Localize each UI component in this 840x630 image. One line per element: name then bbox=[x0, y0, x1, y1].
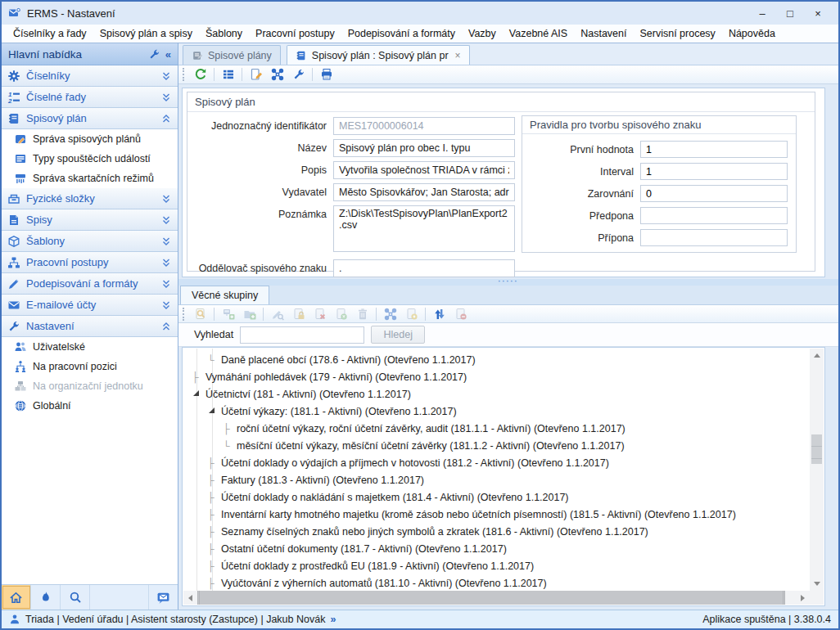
tab-vecne-skupiny[interactable]: Věcné skupiny bbox=[180, 286, 269, 304]
menu-item-vazebne-ais[interactable]: Vazebné AIS bbox=[503, 26, 574, 41]
feedback-button[interactable] bbox=[148, 585, 178, 610]
wrench-icon bbox=[292, 68, 305, 81]
scroll-up-icon[interactable] bbox=[810, 349, 824, 362]
first-value-field[interactable] bbox=[640, 141, 788, 158]
description-field[interactable] bbox=[333, 161, 515, 179]
tree-item[interactable]: ├Účetní doklady o nakládání s majetkem (… bbox=[183, 488, 810, 506]
edit-find-button[interactable] bbox=[268, 305, 287, 322]
tree-item[interactable]: └měsíční účetní výkazy, měsíční účetní z… bbox=[183, 437, 810, 454]
menu-item-podepisovani-a-formaty[interactable]: Podepisování a formáty bbox=[341, 26, 462, 41]
sidebar-section-pracovni-postupy[interactable]: Pracovní postupy bbox=[2, 252, 178, 273]
menu-item-ciselniky-a-rady[interactable]: Číselníky a řady bbox=[7, 26, 93, 41]
minimize-button[interactable]: – bbox=[748, 7, 776, 20]
menu-item-spisovy-plan-a-spisy[interactable]: Spisový plán a spisy bbox=[93, 26, 199, 41]
move-order-button[interactable] bbox=[430, 305, 449, 322]
sidebar-item-sprava-spisovych-planu[interactable]: Správa spisových plánů bbox=[2, 129, 178, 149]
tree-item[interactable]: ├roční účetní výkazy, roční účetní závěr… bbox=[183, 420, 810, 437]
sidebar-item-na-pracovni-pozici[interactable]: Na pracovní pozici bbox=[2, 357, 178, 376]
scroll-right-icon[interactable] bbox=[796, 591, 810, 605]
tree-item[interactable]: └Daně placené obcí (178.6 - Aktivní) (Ot… bbox=[183, 351, 810, 368]
tree-item[interactable]: ├Vymáhání pohledávek (179 - Aktivní) (Ot… bbox=[183, 368, 810, 385]
sidebar-section-ciselniky[interactable]: Číselníky bbox=[2, 65, 178, 87]
page-state-button[interactable] bbox=[402, 305, 421, 322]
tree-item-expanded[interactable]: Účetnictví (181 - Aktivní) (Otevřeno 1.1… bbox=[183, 385, 810, 403]
flame-button[interactable] bbox=[31, 585, 61, 610]
horizontal-scrollbar[interactable] bbox=[183, 591, 810, 605]
menu-item-servisni-procesy[interactable]: Servisní procesy bbox=[633, 26, 721, 41]
prefix-field[interactable] bbox=[640, 207, 788, 224]
wrench-icon[interactable] bbox=[148, 48, 160, 61]
horizontal-scroll-thumb[interactable] bbox=[197, 591, 785, 605]
add-node-button[interactable] bbox=[219, 305, 237, 322]
search-submit-button[interactable]: Hledej bbox=[371, 326, 425, 344]
tab-close-icon[interactable] bbox=[455, 50, 461, 61]
add-folder-button[interactable] bbox=[240, 305, 259, 322]
close-button[interactable]: × bbox=[804, 7, 832, 20]
page-lock-button[interactable] bbox=[289, 305, 308, 322]
scroll-left-icon[interactable] bbox=[183, 591, 197, 605]
sidebar-item-globalni[interactable]: Globální bbox=[2, 396, 178, 416]
tree-item[interactable]: ├Seznamy číselných znaků nebo jiných sym… bbox=[183, 523, 810, 540]
tree-item[interactable]: ├Vyúčtování z výherních automatů (181.10… bbox=[183, 574, 810, 591]
horizontal-splitter[interactable] bbox=[178, 279, 838, 286]
menu-item-nastaveni[interactable]: Nastavení bbox=[574, 26, 633, 41]
toolbar-grip[interactable] bbox=[183, 68, 187, 81]
sidebar-item-typy-spoustecich-udalosti[interactable]: Typy spouštěcích událostí bbox=[2, 149, 178, 169]
print-button[interactable] bbox=[317, 66, 336, 83]
sidebar-item-uzivatelske[interactable]: Uživatelské bbox=[2, 337, 178, 357]
menu-item-pracovni-postupy[interactable]: Pracovní postupy bbox=[249, 26, 341, 41]
more-chevron-icon[interactable]: » bbox=[330, 614, 336, 625]
sidebar-section-spisovy-plan[interactable]: Spisový plán bbox=[2, 108, 178, 129]
sidebar-section-spisy[interactable]: Spisy bbox=[2, 209, 178, 231]
list-view-button[interactable] bbox=[219, 66, 237, 83]
sidebar-section-emailove-ucty[interactable]: E-mailové účty bbox=[2, 295, 178, 316]
publisher-field[interactable] bbox=[333, 183, 515, 201]
tree-item[interactable]: ├Inventární karty hmotného majetku (krom… bbox=[183, 506, 810, 523]
vertical-scroll-thumb[interactable] bbox=[811, 434, 822, 464]
interval-field[interactable] bbox=[640, 163, 788, 180]
doc-preview-button[interactable] bbox=[191, 305, 210, 322]
maximize-button[interactable]: □ bbox=[776, 7, 804, 20]
relations-button[interactable] bbox=[268, 66, 287, 83]
menu-item-napoveda[interactable]: Nápověda bbox=[722, 26, 782, 41]
refresh-button[interactable] bbox=[191, 66, 210, 83]
plans-tab-icon bbox=[192, 50, 203, 61]
sidebar-section-ciselne-rady[interactable]: 12 Číselné řady bbox=[2, 87, 178, 108]
menu-item-sablony[interactable]: Šablony bbox=[199, 26, 249, 41]
alignment-field[interactable] bbox=[640, 185, 788, 202]
scroll-down-icon[interactable] bbox=[810, 577, 824, 591]
tree-item[interactable]: ├Faktury (181.3 - Aktivní) (Otevřeno 1.1… bbox=[183, 471, 810, 488]
home-button[interactable] bbox=[2, 585, 31, 610]
tab-spisovy-plan[interactable]: Spisový plán : Spisový plán pr bbox=[287, 45, 470, 65]
expand-arrow-icon[interactable] bbox=[193, 390, 199, 396]
tree-item-expanded[interactable]: Účetní výkazy: (181.1 - Aktivní) (Otevře… bbox=[183, 403, 810, 420]
tree-item[interactable]: ├Ostatní účetní dokumenty (181.7 - Aktiv… bbox=[183, 540, 810, 557]
sidebar-section-sablony[interactable]: Šablony bbox=[2, 231, 178, 252]
collapse-sidebar-icon[interactable]: « bbox=[165, 48, 171, 61]
sidebar-section-podepisovani-a-formaty[interactable]: Podepisování a formáty bbox=[2, 273, 178, 295]
tree-item[interactable]: ├Účetní doklady z prostředků EU (181.9 -… bbox=[183, 557, 810, 574]
expand-arrow-icon[interactable] bbox=[209, 407, 215, 413]
tree-view: └Daně placené obcí (178.6 - Aktivní) (Ot… bbox=[183, 349, 810, 591]
trash-button[interactable] bbox=[353, 305, 372, 322]
toolbar-grip[interactable] bbox=[183, 308, 187, 321]
page-cancel-button[interactable] bbox=[332, 305, 350, 322]
vertical-scrollbar[interactable] bbox=[810, 349, 824, 591]
search-input[interactable] bbox=[240, 326, 364, 344]
tab-spisove-plany[interactable]: Spisové plány bbox=[183, 45, 281, 65]
sidebar-item-sprava-skartacnich-rezimu[interactable]: Správa skartačních režimů bbox=[2, 169, 178, 188]
suffix-field[interactable] bbox=[640, 229, 788, 246]
note-field[interactable]: Z:\Disk\TestSpisovyPlan\PlanExport2.csv bbox=[333, 205, 515, 252]
name-field[interactable] bbox=[333, 139, 515, 157]
settings-button[interactable] bbox=[289, 66, 308, 83]
page-delete-button[interactable] bbox=[310, 305, 329, 322]
sidebar-section-fyzicke-slozky[interactable]: Fyzické složky bbox=[2, 188, 178, 209]
edit-button[interactable] bbox=[246, 66, 265, 83]
relations-button[interactable] bbox=[381, 305, 400, 322]
sidebar-section-nastaveni[interactable]: Nastavení bbox=[2, 316, 178, 337]
separator-field[interactable] bbox=[333, 259, 515, 277]
search-button[interactable] bbox=[61, 585, 90, 610]
page-off-button[interactable] bbox=[451, 305, 470, 322]
tree-item[interactable]: ├Účetní doklady o výdajích a příjmech v … bbox=[183, 454, 810, 471]
menu-item-vazby[interactable]: Vazby bbox=[462, 26, 503, 41]
